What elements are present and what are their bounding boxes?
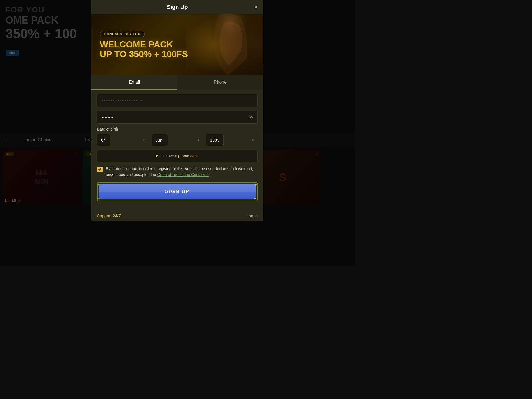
dob-year-select[interactable]: 1993 199019911992 19941995 bbox=[206, 134, 224, 146]
signup-btn-wrapper: SIGN UP ❧ ❧ ❧ ❧ bbox=[97, 182, 258, 201]
modal-close-button[interactable]: × bbox=[254, 4, 258, 10]
promo-static-text: I have a bbox=[163, 154, 178, 158]
banner-welcome-line1: WELCOME PACK bbox=[100, 40, 188, 49]
corner-br-icon: ❧ bbox=[254, 196, 258, 201]
password-toggle-icon[interactable]: 👁 bbox=[249, 115, 254, 120]
dob-selects: 04 010203 0506 Jun JanFebMar AprMay 1993… bbox=[97, 134, 258, 146]
tab-email[interactable]: Email bbox=[91, 75, 177, 90]
promo-icon: 🏷 bbox=[156, 154, 160, 158]
modal-banner: BONUSES FOR YOU WELCOME PACK UP TO 350% … bbox=[91, 14, 263, 75]
banner-text: BONUSES FOR YOU WELCOME PACK UP TO 350% … bbox=[100, 31, 188, 59]
promo-link[interactable]: promo code bbox=[178, 154, 199, 158]
dob-day-select[interactable]: 04 010203 0506 bbox=[97, 134, 110, 146]
dob-month-wrapper: Jun JanFebMar AprMay bbox=[152, 134, 203, 146]
corner-tl-icon: ❧ bbox=[97, 182, 101, 187]
password-container: 👁 bbox=[97, 111, 258, 124]
corner-bl-icon: ❧ bbox=[97, 196, 101, 201]
password-input[interactable] bbox=[97, 111, 258, 124]
banner-bonus-tag: BONUSES FOR YOU bbox=[100, 31, 145, 37]
banner-welcome-line2: UP TO 350% + 100FS bbox=[100, 49, 188, 59]
modal-tabs: Email Phone bbox=[91, 75, 263, 90]
terms-link[interactable]: General Terms and Conditions bbox=[157, 172, 209, 177]
corner-tr-icon: ❧ bbox=[254, 182, 258, 187]
dob-day-wrapper: 04 010203 0506 bbox=[97, 134, 149, 146]
dob-label: Date of birth bbox=[97, 127, 258, 131]
tab-phone[interactable]: Phone bbox=[177, 75, 263, 90]
modal-footer: Support 24/7 Log in bbox=[91, 210, 263, 221]
modal-form: 👁 Date of birth 04 010203 0506 Jun JanFe… bbox=[91, 90, 263, 210]
login-link[interactable]: Log in bbox=[246, 213, 258, 218]
modal-header: Sign Up × bbox=[91, 0, 263, 14]
signup-button[interactable]: SIGN UP bbox=[99, 184, 256, 200]
dob-month-select[interactable]: Jun JanFebMar AprMay bbox=[152, 134, 168, 146]
checkbox-area: By ticking this box, in order to registe… bbox=[97, 166, 258, 178]
terms-checkbox[interactable] bbox=[97, 167, 103, 172]
terms-label: By ticking this box, in order to registe… bbox=[106, 166, 258, 178]
dob-year-wrapper: 1993 199019911992 19941995 bbox=[206, 134, 258, 146]
modal-title: Sign Up bbox=[167, 4, 188, 10]
signup-modal: Sign Up × BONUSES FOR YOU WELCOME PACK U… bbox=[91, 0, 263, 221]
email-input[interactable] bbox=[97, 94, 258, 107]
banner-woman-image bbox=[186, 14, 263, 75]
promo-code-row[interactable]: 🏷 I have a promo code bbox=[97, 150, 258, 162]
support-link[interactable]: Support 24/7 bbox=[97, 213, 121, 218]
